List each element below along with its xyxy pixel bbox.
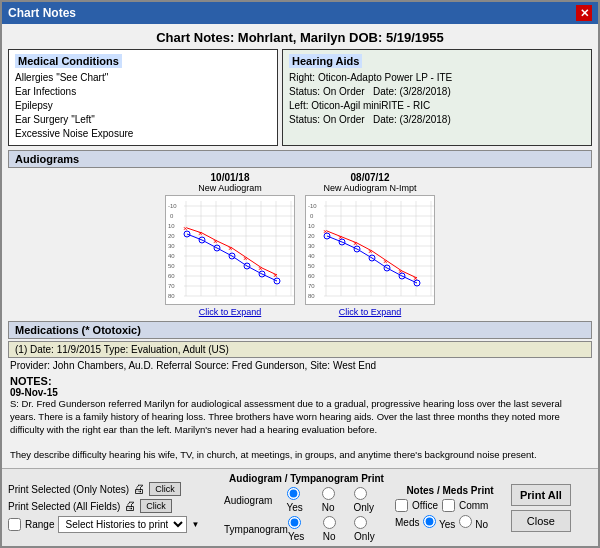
svg-text:10: 10	[308, 223, 315, 229]
audiogram-2-expand[interactable]: Click to Expand	[339, 307, 402, 317]
hearing-aids-panel: Hearing Aids Right: Oticon-Adapto Power …	[282, 49, 592, 146]
audiogram-2-date: 08/07/12	[351, 172, 390, 183]
svg-text:30: 30	[168, 243, 175, 249]
tympanogram-yes-label: Yes	[288, 516, 319, 542]
comm-checkbox[interactable]	[442, 499, 455, 512]
list-item: Ear Surgery "Left"	[15, 113, 271, 127]
meds-row-label: Meds	[395, 517, 419, 528]
list-item: Allergies "See Chart"	[15, 71, 271, 85]
comm-label: Comm	[459, 500, 488, 511]
svg-text:70: 70	[168, 283, 175, 289]
print-all-button[interactable]: Print All	[511, 484, 571, 506]
click-button-1[interactable]: Click	[149, 482, 181, 496]
audiogram-1-date: 10/01/18	[211, 172, 250, 183]
meds-yes-label: Yes	[423, 515, 455, 530]
list-item: Ear Infections	[15, 85, 271, 99]
medications-label: Medications (* Ototoxic)	[8, 321, 592, 339]
range-label: Range	[25, 519, 54, 530]
notes-meds-section: Notes / Meds Print Office Comm Meds Yes …	[395, 485, 505, 530]
audiogram-2-subtitle: New Audiogram N-Impt	[323, 183, 416, 193]
meds-no-label: No	[459, 515, 488, 530]
tympanogram-only-label: Only	[354, 516, 389, 542]
list-item: Left: Oticon-Agil miniRITE - RIC	[289, 99, 585, 113]
print-selected-only-notes-label: Print Selected (Only Notes)	[8, 484, 129, 495]
office-comm-row: Office Comm	[395, 499, 505, 512]
printer-icon-1: 🖨	[133, 482, 145, 496]
print-right: Print All Close	[511, 484, 571, 532]
hearing-aids-label: Hearing Aids	[289, 54, 362, 68]
tympanogram-no-label: No	[323, 516, 350, 542]
list-item: Epilepsy	[15, 99, 271, 113]
select-histories-dropdown[interactable]: Select Histories to print	[58, 516, 187, 533]
tympanogram-yes-radio[interactable]	[288, 516, 301, 529]
svg-text:50: 50	[308, 263, 315, 269]
svg-text:60: 60	[168, 273, 175, 279]
audiogram-2: 08/07/12 New Audiogram N-Impt	[305, 172, 435, 317]
tympanogram-no-radio[interactable]	[323, 516, 336, 529]
bottom-row-1: Print Selected (Only Notes) 🖨 Click Prin…	[8, 473, 592, 542]
audiogram-2-chart[interactable]: -10 0 10 20 30 40 50 60 70 80 × × × × × …	[305, 195, 435, 305]
audiogram-1-subtitle: New Audiogram	[198, 183, 262, 193]
list-item: Right: Oticon-Adapto Power LP - ITE	[289, 71, 585, 85]
audiogram-row: Audiogram Yes No Only	[224, 487, 389, 513]
dropdown-arrow-icon: ▼	[191, 520, 199, 529]
audiogram-1-svg: -10 0 10 20 30 40 50 60 70 80 × × × × ×	[166, 196, 295, 305]
printer-icon-2: 🖨	[124, 499, 136, 513]
title-bar: Chart Notes ✕	[2, 2, 598, 24]
svg-text:-10: -10	[168, 203, 177, 209]
bottom-bar: Print Selected (Only Notes) 🖨 Click Prin…	[2, 468, 598, 546]
patient-header-text: Chart Notes: Mohrlant, Marilyn DOB: 5/19…	[156, 30, 444, 45]
patient-header: Chart Notes: Mohrlant, Marilyn DOB: 5/19…	[2, 24, 598, 49]
audiograms-section: 10/01/18 New Audiogram	[2, 168, 598, 321]
svg-text:40: 40	[308, 253, 315, 259]
audiogram-only-radio[interactable]	[354, 487, 367, 500]
svg-text:-10: -10	[308, 203, 317, 209]
office-label: Office	[412, 500, 438, 511]
svg-text:80: 80	[308, 293, 315, 299]
audiogram-yes-label: Yes	[287, 487, 318, 513]
meds-yes-radio[interactable]	[423, 515, 436, 528]
close-button[interactable]: Close	[511, 510, 571, 532]
svg-text:20: 20	[308, 233, 315, 239]
top-panels: Medical Conditions Allergies "See Chart"…	[2, 49, 598, 146]
window-title: Chart Notes	[8, 6, 76, 20]
notes-text: S: Dr. Fred Gunderson referred Marilyn f…	[10, 398, 590, 468]
list-item: Excessive Noise Exposure	[15, 127, 271, 141]
audiogram-print-section: Audiogram / Tympanogram Print Audiogram …	[224, 473, 389, 542]
medical-conditions-content: Allergies "See Chart" Ear Infections Epi…	[15, 71, 271, 141]
tympanogram-only-radio[interactable]	[354, 516, 367, 529]
audiogram-row-label: Audiogram	[224, 495, 283, 506]
notes-meds-print-label: Notes / Meds Print	[395, 485, 505, 496]
list-item: Status: On Order Date: (3/28/2018)	[289, 113, 585, 127]
audiogram-only-label: Only	[354, 487, 389, 513]
meds-no-radio[interactable]	[459, 515, 472, 528]
window-close-button[interactable]: ✕	[576, 5, 592, 21]
notes-label: NOTES:	[10, 375, 590, 387]
medical-conditions-panel: Medical Conditions Allergies "See Chart"…	[8, 49, 278, 146]
audiogram-1: 10/01/18 New Audiogram	[165, 172, 295, 317]
svg-text:10: 10	[168, 223, 175, 229]
audiogram-yes-radio[interactable]	[287, 487, 300, 500]
audiogram-1-chart[interactable]: -10 0 10 20 30 40 50 60 70 80 × × × × ×	[165, 195, 295, 305]
tympanogram-row-label: Tympanogram	[224, 524, 284, 535]
list-item: Status: On Order Date: (3/28/2018)	[289, 85, 585, 99]
print-selected-all-fields-label: Print Selected (All Fields)	[8, 501, 120, 512]
print-selected-all-fields-row: Print Selected (All Fields) 🖨 Click	[8, 499, 218, 513]
svg-text:20: 20	[168, 233, 175, 239]
svg-text:0: 0	[310, 213, 314, 219]
audiogram-print-label: Audiogram / Tympanogram Print	[224, 473, 389, 484]
audiogram-2-svg: -10 0 10 20 30 40 50 60 70 80 × × × × × …	[306, 196, 435, 305]
office-checkbox[interactable]	[395, 499, 408, 512]
notes-area: NOTES: 09-Nov-15 S: Dr. Fred Gunderson r…	[2, 373, 598, 468]
audiograms-section-label: Audiograms	[8, 150, 592, 168]
main-window: Chart Notes ✕ Chart Notes: Mohrlant, Mar…	[0, 0, 600, 548]
audiogram-no-radio[interactable]	[322, 487, 335, 500]
notes-date: 09-Nov-15	[10, 387, 590, 398]
svg-text:0: 0	[170, 213, 174, 219]
click-button-2[interactable]: Click	[140, 499, 172, 513]
range-checkbox[interactable]	[8, 518, 21, 531]
svg-text:60: 60	[308, 273, 315, 279]
svg-text:40: 40	[168, 253, 175, 259]
audiogram-1-expand[interactable]: Click to Expand	[199, 307, 262, 317]
hearing-aids-content: Right: Oticon-Adapto Power LP - ITE Stat…	[289, 71, 585, 127]
